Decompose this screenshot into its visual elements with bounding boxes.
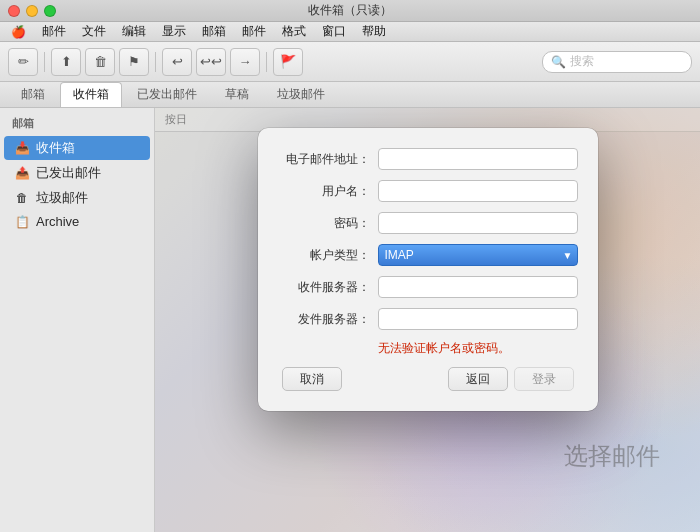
account-type-wrapper: IMAP POP Exchange ▼ [378, 244, 578, 266]
email-row: 电子邮件地址： [278, 148, 578, 170]
account-type-row: 帐户类型： IMAP POP Exchange ▼ [278, 244, 578, 266]
tabs-bar: 邮箱 收件箱 已发出邮件 草稿 垃圾邮件 [0, 82, 700, 108]
compose-button[interactable]: ✏ [8, 48, 38, 76]
username-label: 用户名： [278, 183, 378, 200]
sidebar-item-trash[interactable]: 🗑 垃圾邮件 [4, 186, 150, 210]
sidebar-item-inbox[interactable]: 📥 收件箱 [4, 136, 150, 160]
menu-message[interactable]: 邮件 [235, 22, 273, 41]
menu-edit[interactable]: 编辑 [115, 22, 153, 41]
sent-icon: 📤 [14, 166, 30, 180]
sidebar: 邮箱 📥 收件箱 📤 已发出邮件 🗑 垃圾邮件 📋 Archive [0, 108, 155, 532]
tab-sent[interactable]: 已发出邮件 [124, 82, 210, 107]
incoming-server-row: 收件服务器： [278, 276, 578, 298]
flag-button[interactable]: 🚩 [273, 48, 303, 76]
delete-button[interactable]: 🗑 [85, 48, 115, 76]
menu-window[interactable]: 窗口 [315, 22, 353, 41]
title-bar: 收件箱（只读） [0, 0, 700, 22]
maximize-button[interactable] [44, 5, 56, 17]
main-area: 邮箱 📥 收件箱 📤 已发出邮件 🗑 垃圾邮件 📋 Archive 按日 选择邮… [0, 108, 700, 532]
toolbar-separator-2 [155, 52, 156, 72]
username-row: 用户名： [278, 180, 578, 202]
email-input[interactable] [378, 148, 578, 170]
reply-button[interactable]: ↩ [162, 48, 192, 76]
account-type-label: 帐户类型： [278, 247, 378, 264]
menu-view[interactable]: 显示 [155, 22, 193, 41]
cancel-button[interactable]: 取消 [282, 367, 342, 391]
window-title: 收件箱（只读） [308, 2, 392, 19]
menu-mailbox[interactable]: 邮箱 [195, 22, 233, 41]
tab-inbox[interactable]: 收件箱 [60, 82, 122, 107]
password-input[interactable] [378, 212, 578, 234]
menu-apple[interactable]: 🍎 [4, 24, 33, 40]
outgoing-server-row: 发件服务器： [278, 308, 578, 330]
error-message: 无法验证帐户名或密码。 [378, 340, 578, 357]
account-setup-dialog: 电子邮件地址： 用户名： 密码： 帐户类型： [258, 128, 598, 411]
dialog-body: 电子邮件地址： 用户名： 密码： 帐户类型： [258, 128, 598, 411]
sidebar-section-mailboxes: 邮箱 [0, 114, 154, 135]
menu-format[interactable]: 格式 [275, 22, 313, 41]
outgoing-server-input[interactable] [378, 308, 578, 330]
menu-help[interactable]: 帮助 [355, 22, 393, 41]
toolbar-separator [44, 52, 45, 72]
minimize-button[interactable] [26, 5, 38, 17]
tab-mailbox[interactable]: 邮箱 [8, 82, 58, 107]
junk-button[interactable]: ⚑ [119, 48, 149, 76]
content-pane: 按日 选择邮件 电子邮件地址： 用户名： [155, 108, 700, 532]
traffic-lights[interactable] [8, 5, 56, 17]
menu-bar: 🍎 邮件 文件 编辑 显示 邮箱 邮件 格式 窗口 帮助 [0, 22, 700, 42]
get-mail-button[interactable]: ⬆ [51, 48, 81, 76]
search-box[interactable]: 🔍 搜索 [542, 51, 692, 73]
sidebar-item-sent[interactable]: 📤 已发出邮件 [4, 161, 150, 185]
dialog-overlay: 电子邮件地址： 用户名： 密码： 帐户类型： [155, 108, 700, 532]
account-type-select[interactable]: IMAP POP Exchange [378, 244, 578, 266]
inbox-icon: 📥 [14, 141, 30, 155]
sidebar-item-inbox-label: 收件箱 [36, 139, 75, 157]
sidebar-item-archive-label: Archive [36, 214, 79, 229]
toolbar-separator-3 [266, 52, 267, 72]
password-label: 密码： [278, 215, 378, 232]
outgoing-server-label: 发件服务器： [278, 311, 378, 328]
tab-drafts[interactable]: 草稿 [212, 82, 262, 107]
incoming-server-label: 收件服务器： [278, 279, 378, 296]
close-button[interactable] [8, 5, 20, 17]
dialog-buttons: 取消 返回 登录 [278, 367, 578, 395]
reply-all-button[interactable]: ↩↩ [196, 48, 226, 76]
dialog-btn-group: 返回 登录 [448, 367, 574, 391]
toolbar: ✏ ⬆ 🗑 ⚑ ↩ ↩↩ → 🚩 🔍 搜索 [0, 42, 700, 82]
login-button[interactable]: 登录 [514, 367, 574, 391]
sidebar-item-archive[interactable]: 📋 Archive [4, 211, 150, 232]
email-label: 电子邮件地址： [278, 151, 378, 168]
sidebar-item-trash-label: 垃圾邮件 [36, 189, 88, 207]
sidebar-item-sent-label: 已发出邮件 [36, 164, 101, 182]
incoming-server-input[interactable] [378, 276, 578, 298]
menu-mail[interactable]: 邮件 [35, 22, 73, 41]
trash-icon: 🗑 [14, 191, 30, 205]
archive-icon: 📋 [14, 215, 30, 229]
tab-junk[interactable]: 垃圾邮件 [264, 82, 338, 107]
forward-button[interactable]: → [230, 48, 260, 76]
username-input[interactable] [378, 180, 578, 202]
search-icon: 🔍 [551, 55, 566, 69]
back-button[interactable]: 返回 [448, 367, 508, 391]
search-placeholder: 搜索 [570, 53, 594, 70]
password-row: 密码： [278, 212, 578, 234]
menu-file[interactable]: 文件 [75, 22, 113, 41]
